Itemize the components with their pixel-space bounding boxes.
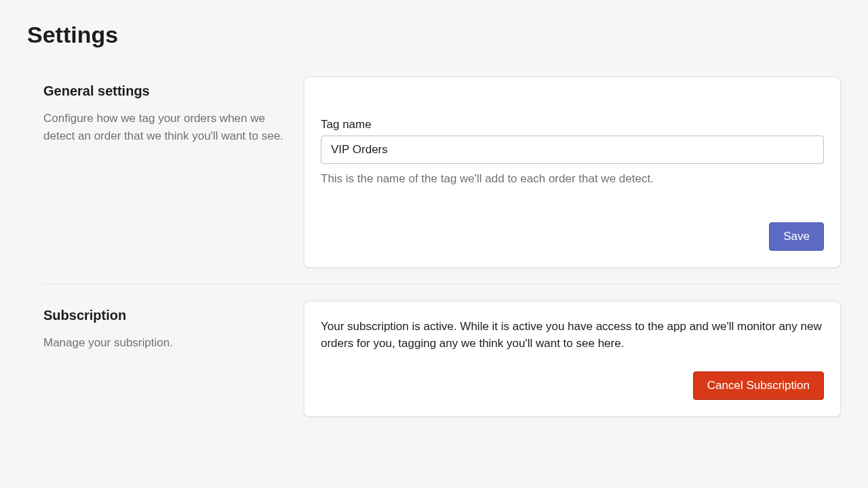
- tag-name-help-text: This is the name of the tag we'll add to…: [321, 171, 824, 187]
- general-settings-description: Configure how we tag your orders when we…: [43, 110, 288, 144]
- tag-name-label: Tag name: [321, 118, 824, 131]
- subscription-card: Your subscription is active. While it is…: [304, 301, 841, 417]
- save-button[interactable]: Save: [769, 222, 824, 251]
- subscription-heading: Subscription: [43, 308, 288, 323]
- subscription-section: Subscription Manage your subsription. Yo…: [43, 301, 841, 433]
- tag-name-input[interactable]: [321, 136, 824, 164]
- general-settings-heading: General settings: [43, 83, 288, 99]
- cancel-subscription-button[interactable]: Cancel Subscription: [693, 371, 824, 400]
- general-settings-card: Tag name This is the name of the tag we'…: [304, 77, 841, 268]
- general-settings-section: General settings Configure how we tag yo…: [43, 77, 841, 284]
- subscription-description: Manage your subsription.: [43, 334, 288, 352]
- page-title: Settings: [27, 22, 841, 48]
- section-divider: [43, 284, 841, 285]
- subscription-status-text: Your subscription is active. While it is…: [321, 318, 824, 352]
